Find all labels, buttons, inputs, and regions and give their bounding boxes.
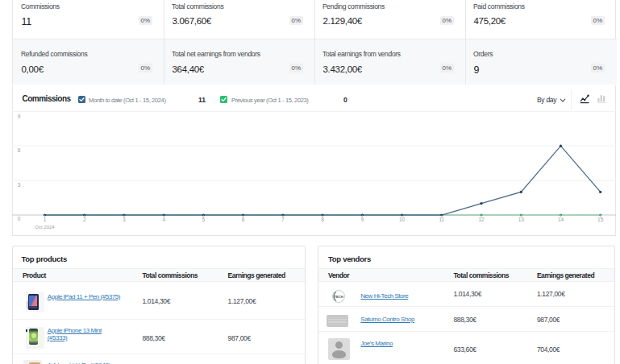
svg-text:12: 12 xyxy=(478,217,485,222)
svg-text:7: 7 xyxy=(281,217,285,222)
svg-text:9: 9 xyxy=(18,114,21,119)
svg-text:8: 8 xyxy=(321,217,324,222)
svg-text:13: 13 xyxy=(518,217,525,222)
svg-text:3: 3 xyxy=(18,182,21,188)
svg-text:4: 4 xyxy=(162,217,165,222)
svg-text:3: 3 xyxy=(123,217,126,222)
svg-text:11: 11 xyxy=(439,217,444,222)
svg-text:Oct 2024: Oct 2024 xyxy=(35,225,55,230)
svg-text:15: 15 xyxy=(597,217,604,222)
svg-text:14: 14 xyxy=(558,217,564,222)
svg-text:5: 5 xyxy=(202,217,206,222)
svg-text:1: 1 xyxy=(44,217,47,222)
svg-text:6: 6 xyxy=(18,147,21,153)
svg-text:9: 9 xyxy=(360,217,364,222)
svg-text:10: 10 xyxy=(399,217,406,222)
svg-text:6: 6 xyxy=(242,217,245,222)
svg-text:0: 0 xyxy=(18,216,21,221)
svg-text:2: 2 xyxy=(83,217,86,222)
